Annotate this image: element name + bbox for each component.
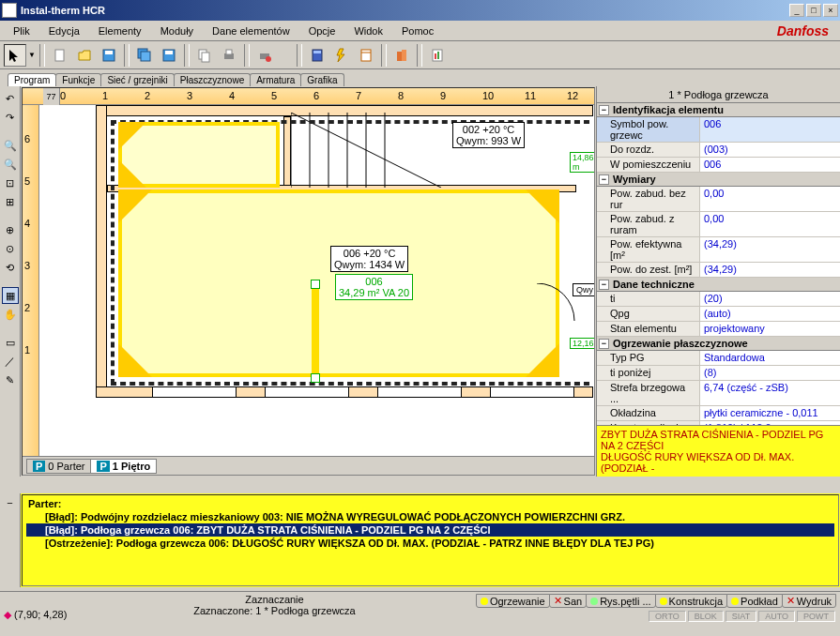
- layer-tab-wydruk[interactable]: ✕Wydruk: [782, 594, 836, 608]
- save-icon[interactable]: [98, 44, 120, 67]
- prop-stan[interactable]: Stan elementuprojektowany: [597, 322, 840, 337]
- minimize-button[interactable]: _: [789, 4, 804, 17]
- pen-icon[interactable]: ✎: [2, 371, 19, 388]
- prop-typ[interactable]: Typ PGStandardowa: [597, 351, 840, 366]
- properties-panel: 1 * Podłoga grzewcza −Identyfikacja elem…: [596, 86, 840, 477]
- zoom-fit-icon[interactable]: ⊞: [2, 193, 19, 210]
- report-icon[interactable]: [426, 44, 449, 67]
- print-setup-icon[interactable]: [253, 44, 276, 67]
- svg-rect-18: [402, 50, 406, 61]
- bolt-icon[interactable]: [330, 44, 353, 67]
- menu-pomoc[interactable]: Pomoc: [392, 23, 443, 38]
- tab-funkcje[interactable]: Funkcje: [55, 73, 101, 86]
- toggle-siat[interactable]: SIAT: [725, 611, 756, 622]
- prop-qpg[interactable]: Qpg(auto): [597, 307, 840, 322]
- menu-elementy[interactable]: Elementy: [89, 23, 151, 38]
- zone-label-006: 00634,29 m² VA 20: [335, 274, 413, 300]
- svg-rect-4: [141, 52, 150, 61]
- copy-icon[interactable]: [193, 44, 216, 67]
- menu-bar: Plik Edycja Elementy Moduły Dane element…: [0, 21, 840, 41]
- group-dane[interactable]: −Dane techniczne: [597, 278, 840, 292]
- menu-moduly[interactable]: Moduły: [151, 23, 203, 38]
- calc-icon[interactable]: [306, 44, 328, 67]
- room-label-002: 002 +20 °CQwym: 993 W: [452, 122, 525, 148]
- maximize-button[interactable]: □: [806, 4, 821, 17]
- prop-pzbr[interactable]: Pow. zabud. bez rur0,00: [597, 187, 840, 212]
- grid-icon[interactable]: ▦: [2, 287, 19, 304]
- error-list[interactable]: Parter: [Błąd]: Podwójny rozdzielacz mie…: [22, 494, 839, 586]
- error-item-selected[interactable]: [Błąd]: Podłoga grzewcza 006: ZBYT DUŻA …: [26, 523, 834, 537]
- group-wymiary[interactable]: −Wymiary: [597, 173, 840, 187]
- error-item[interactable]: [Błąd]: Podwójny rozdzielacz mieszkaniow…: [26, 510, 834, 523]
- close-button[interactable]: ×: [823, 4, 838, 17]
- redo-icon[interactable]: ↷: [2, 109, 19, 126]
- pan-icon[interactable]: ✋: [2, 306, 19, 323]
- warning-item[interactable]: [Ostrzeżenie]: Podłoga grzewcza 006: DŁU…: [26, 537, 834, 550]
- print-icon[interactable]: [218, 44, 240, 67]
- floor-plan-canvas[interactable]: 002 +20 °CQwym: 993 W 14,86 m 006 +20 °C…: [39, 105, 594, 456]
- pointer-tool[interactable]: [4, 44, 26, 67]
- prop-okl[interactable]: Okładzinapłytki ceramiczne - 0,011: [597, 406, 840, 421]
- group-ident[interactable]: −Identyfikacja elementu: [597, 103, 840, 117]
- zoom-prev-icon[interactable]: ⟲: [2, 259, 19, 276]
- toggle-blok[interactable]: BLOK: [688, 611, 724, 622]
- open-icon[interactable]: [73, 44, 96, 67]
- new-icon[interactable]: [49, 44, 71, 67]
- prop-sb[interactable]: Strefa brzegowa ...6,74 (część - zSB): [597, 381, 840, 406]
- svg-rect-0: [55, 50, 64, 61]
- toggle-orto[interactable]: ORTO: [649, 611, 686, 622]
- status-coords: (7,90; 4,28): [14, 609, 67, 620]
- save-as-icon[interactable]: [158, 44, 180, 67]
- properties-title: 1 * Podłoga grzewcza: [597, 86, 840, 103]
- toggle-auto[interactable]: AUTO: [758, 611, 795, 622]
- svg-rect-2: [105, 51, 113, 54]
- area-value-1486: 14,86 m: [570, 152, 594, 173]
- zoom-in-icon[interactable]: 🔍: [2, 137, 19, 154]
- select-rect-icon[interactable]: ▭: [2, 334, 19, 351]
- drawing-area: 77 0 1 2 3 4 5 6 7 8 9 10 11 12 6 5 4 3 …: [22, 87, 595, 476]
- floor-tabs: P0 Parter P1 Piętro: [23, 456, 594, 475]
- save-all-icon[interactable]: [133, 44, 156, 67]
- layer-tab-rys[interactable]: Rys.pętli ...: [586, 594, 655, 608]
- room-label-006: 006 +20 °CQwym: 1434 W: [330, 246, 408, 272]
- tab-plaszczyznowe[interactable]: Płaszczyznowe: [174, 73, 251, 86]
- floor-tab-0[interactable]: P0 Parter: [26, 459, 91, 474]
- prop-pzzr[interactable]: Pow. zabud. z ruram0,00: [597, 212, 840, 237]
- sheet-icon[interactable]: [355, 44, 377, 67]
- select-line-icon[interactable]: ／: [2, 353, 19, 370]
- group-ogrz[interactable]: −Ogrzewanie płaszczyznowe: [597, 337, 840, 351]
- left-toolbar: ↶ ↷ 🔍 🔍 ⊡ ⊞ ⊕ ⊙ ⟲ ▦ ✋ ▭ ／ ✎: [0, 86, 21, 477]
- floor-tab-1[interactable]: P1 Piętro: [90, 459, 157, 474]
- layer-tab-san[interactable]: ✕San: [549, 594, 588, 608]
- prop-ti[interactable]: ti(20): [597, 292, 840, 307]
- zoom-sel-icon[interactable]: ⊙: [2, 240, 19, 257]
- main-toolbar: ▼: [0, 41, 840, 69]
- menu-plik[interactable]: Plik: [4, 23, 39, 38]
- toggle-powt[interactable]: POWT: [797, 611, 835, 622]
- zoom-all-icon[interactable]: ⊕: [2, 221, 19, 238]
- tab-program[interactable]: Program: [8, 73, 56, 86]
- building-icon[interactable]: [390, 44, 413, 67]
- horizontal-ruler: 77 0 1 2 3 4 5 6 7 8 9 10 11 12: [23, 88, 594, 105]
- menu-dane[interactable]: Dane elementów: [203, 23, 299, 38]
- status-mode: Zaznaczanie: [107, 594, 442, 605]
- prop-pdz[interactable]: Pow. do zest. [m²](34,29): [597, 263, 840, 278]
- layer-tab-podklad[interactable]: Podkład: [726, 594, 783, 608]
- menu-widok[interactable]: Widok: [344, 23, 392, 38]
- undo-icon[interactable]: ↶: [2, 90, 19, 107]
- tab-armatura[interactable]: Armatura: [250, 73, 301, 86]
- menu-opcje[interactable]: Opcje: [299, 23, 345, 38]
- tab-siec[interactable]: Sieć / grzejniki: [100, 73, 174, 86]
- layer-tab-konstr[interactable]: Konstrukcja: [655, 594, 727, 608]
- prop-symbol[interactable]: Symbol pow. grzewc006: [597, 117, 840, 143]
- layer-tab-ogrzewanie[interactable]: Ogrzewanie: [476, 594, 550, 608]
- prop-dorozdz[interactable]: Do rozdz.(003): [597, 143, 840, 158]
- app-icon: [2, 3, 17, 18]
- prop-wpom[interactable]: W pomieszczeniu006: [597, 158, 840, 173]
- menu-edycja[interactable]: Edycja: [39, 23, 89, 38]
- prop-pef[interactable]: Pow. efektywna [m²(34,29): [597, 237, 840, 263]
- prop-tip[interactable]: ti poniżej(8): [597, 366, 840, 381]
- zoom-window-icon[interactable]: ⊡: [2, 174, 19, 191]
- tab-grafika[interactable]: Grafika: [300, 73, 344, 86]
- zoom-out-icon[interactable]: 🔍: [2, 156, 19, 173]
